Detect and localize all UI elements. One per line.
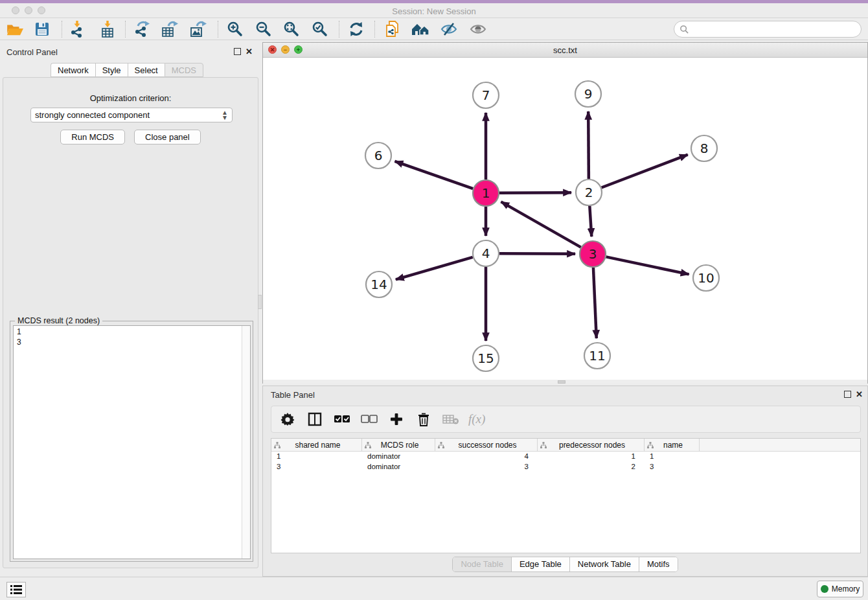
table-cell[interactable]: 1: [271, 452, 362, 462]
table-row[interactable]: 1dominator411: [271, 452, 860, 462]
graph-edge-3-11[interactable]: [593, 268, 597, 338]
close-table-panel-icon[interactable]: ✕: [856, 389, 863, 399]
graph-edge-2-8[interactable]: [602, 155, 688, 188]
import-network-button[interactable]: [67, 19, 87, 39]
clone-network-button[interactable]: [382, 19, 403, 39]
table-row[interactable]: 3dominator323: [271, 462, 860, 472]
memory-button[interactable]: Memory: [817, 581, 863, 597]
network-window-title: scc.txt: [263, 45, 867, 55]
run-mcds-button[interactable]: Run MCDS: [60, 130, 125, 144]
float-table-panel-icon[interactable]: [844, 391, 851, 398]
tab-style[interactable]: Style: [95, 63, 128, 77]
table-cell[interactable]: 2: [538, 462, 645, 472]
zoom-in-button[interactable]: [225, 19, 246, 39]
open-session-button[interactable]: [5, 19, 25, 39]
criterion-dropdown[interactable]: strongly connected component ▲▼: [30, 108, 233, 122]
graph-edge-3-10[interactable]: [606, 257, 689, 274]
status-bar: Memory: [0, 577, 868, 600]
toolbar-separator: [218, 21, 218, 38]
result-scrollbar[interactable]: [242, 326, 250, 559]
graph-edge-1-2[interactable]: [499, 192, 571, 193]
import-table-button[interactable]: [97, 19, 118, 39]
column-type-icon: [647, 442, 654, 448]
panel-splitter-handle[interactable]: [258, 295, 262, 309]
column-header-name[interactable]: name: [645, 439, 700, 451]
toolbar-separator: [125, 21, 126, 38]
network-graph-canvas[interactable]: 7968124314101511: [263, 58, 867, 380]
export-network-button[interactable]: [131, 19, 152, 39]
table-cell[interactable]: 3: [435, 462, 538, 472]
zoom-out-button[interactable]: [253, 19, 274, 39]
export-image-button[interactable]: [188, 19, 209, 39]
deselect-all-rows-button[interactable]: [360, 410, 379, 429]
graph-node-label: 1: [482, 185, 490, 201]
delete-column-button[interactable]: [414, 410, 433, 429]
column-type-icon: [274, 442, 280, 448]
table-cell[interactable]: 3: [645, 462, 700, 472]
float-panel-icon[interactable]: [234, 48, 241, 55]
toolbar-separator: [374, 21, 375, 38]
select-all-rows-button[interactable]: [332, 410, 352, 429]
column-header-successor-nodes[interactable]: successor nodes: [435, 439, 538, 451]
export-image-icon: [189, 20, 207, 38]
table-header-row: shared nameMCDS rolesuccessor nodesprede…: [271, 439, 860, 452]
control-panel: Control Panel ✕ Network Style Select MCD…: [0, 42, 261, 570]
graph-edge-1-6[interactable]: [394, 161, 473, 189]
search-input[interactable]: [692, 25, 861, 34]
network-window-titlebar[interactable]: ✕ − + scc.txt: [263, 43, 867, 58]
table-cell[interactable]: dominator: [362, 462, 435, 472]
close-panel-button[interactable]: Close panel: [134, 130, 201, 144]
toolbar-separator: [339, 21, 339, 38]
column-header-shared-name[interactable]: shared name: [271, 439, 362, 451]
tab-network-table[interactable]: Network Table: [570, 557, 639, 571]
graph-edge-2-9[interactable]: [588, 111, 589, 179]
column-type-icon: [540, 442, 547, 448]
tab-mcds[interactable]: MCDS: [165, 63, 203, 77]
save-session-button[interactable]: [32, 19, 52, 39]
export-table-button[interactable]: [159, 19, 180, 39]
graph-node-label: 11: [589, 348, 605, 363]
column-header-MCDS-role[interactable]: MCDS role: [362, 439, 435, 451]
function-builder-button[interactable]: f(x): [468, 412, 485, 426]
show-panels-button[interactable]: [6, 582, 26, 597]
mcds-result-textarea[interactable]: 13: [13, 325, 251, 559]
graph-node-label: 10: [698, 270, 714, 286]
table-cell[interactable]: 1: [538, 452, 645, 462]
columns-icon: [308, 412, 322, 426]
memory-label: Memory: [832, 584, 860, 594]
table-cell[interactable]: 1: [645, 452, 700, 462]
show-columns-button[interactable]: [305, 410, 325, 429]
zoom-selected-button[interactable]: [310, 19, 330, 39]
tab-select[interactable]: Select: [128, 63, 165, 77]
graph-edge-2-3[interactable]: [589, 206, 591, 237]
table-panel: Table Panel ✕ f(x) shared nameMCDS roles…: [262, 386, 868, 577]
gear-icon: [280, 412, 295, 426]
refresh-layout-icon: [348, 21, 365, 38]
tab-node-table[interactable]: Node Table: [453, 557, 512, 571]
table-cell[interactable]: 3: [271, 462, 362, 472]
show-all-button[interactable]: [468, 19, 488, 39]
table-cell[interactable]: dominator: [362, 452, 435, 462]
hide-selected-button[interactable]: [439, 19, 459, 39]
unchecked-boxes-icon: [361, 415, 378, 424]
zoom-in-icon: [227, 21, 244, 38]
graph-edge-4-14[interactable]: [396, 257, 473, 280]
view-splitter-handle[interactable]: [558, 380, 565, 384]
column-header-predecessor-nodes[interactable]: predecessor nodes: [538, 439, 645, 451]
graph-edge-4-3[interactable]: [499, 253, 575, 254]
delete-table-button[interactable]: [441, 410, 461, 429]
first-neighbors-button[interactable]: [410, 19, 431, 39]
tab-motifs[interactable]: Motifs: [639, 557, 678, 571]
tab-network[interactable]: Network: [51, 63, 95, 77]
mcds-result-groupbox: MCDS result (2 nodes) 13: [10, 321, 253, 562]
graph-edge-3-1[interactable]: [501, 202, 580, 247]
table-settings-button[interactable]: [278, 410, 297, 429]
table-cell[interactable]: 4: [435, 452, 538, 462]
apply-layout-button[interactable]: [346, 19, 367, 39]
node-table: shared nameMCDS rolesuccessor nodesprede…: [271, 438, 861, 553]
tab-edge-table[interactable]: Edge Table: [512, 557, 570, 571]
zoom-fit-button[interactable]: [281, 19, 302, 39]
add-column-button[interactable]: [387, 410, 406, 429]
close-panel-icon[interactable]: ✕: [246, 47, 253, 56]
delete-table-icon: [442, 413, 459, 425]
